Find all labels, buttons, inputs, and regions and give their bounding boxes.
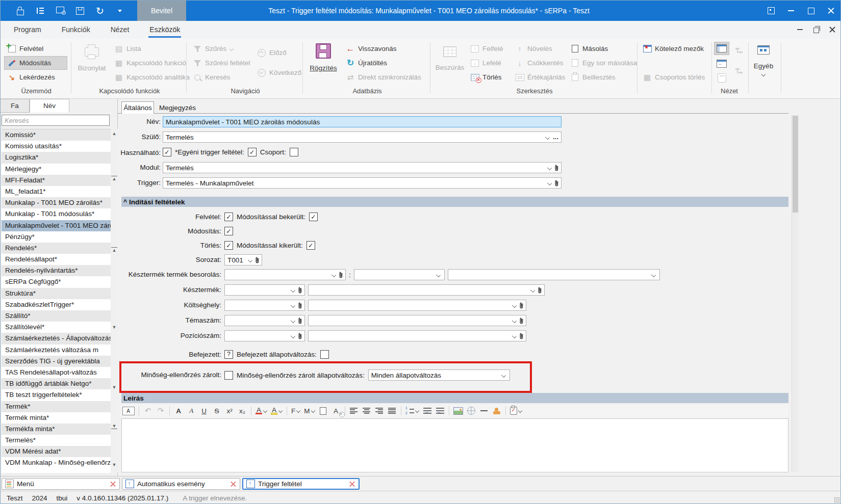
nev-input[interactable]: Munkalapművelet - T001 MEO zároilás módo… (163, 116, 562, 127)
mode-tab-bevitel[interactable]: Bevitel (137, 1, 186, 21)
close-tab-icon[interactable] (230, 481, 237, 487)
besorolas-dropdown-3[interactable] (448, 269, 660, 280)
chevron-down-icon[interactable] (547, 180, 552, 185)
list-item[interactable]: TAS Rendelésállapot-változás (2, 367, 111, 378)
sorozat-dropdown[interactable]: T001 (224, 254, 262, 266)
scroll-next-group-icon[interactable]: ▼ (111, 325, 117, 330)
font-size-button[interactable]: M (303, 405, 316, 416)
scrollbar-thumb[interactable] (793, 116, 798, 213)
chevron-down-icon[interactable] (512, 318, 517, 323)
list-item[interactable]: Rendelés* (2, 243, 111, 254)
list-item[interactable]: Termékfa minta* (2, 423, 111, 435)
paperclip-icon[interactable] (338, 271, 343, 279)
bizonylat-button[interactable]: Bizonylat (75, 42, 109, 88)
list-item[interactable]: Komissió utasítás* (2, 141, 111, 152)
indent-increase-button[interactable] (422, 405, 433, 416)
felvetel-button[interactable]: Felvétel (5, 42, 67, 55)
clipboard-check-button[interactable] (509, 405, 523, 416)
highlight-color-button[interactable]: A (270, 405, 284, 416)
stamp-button[interactable] (491, 405, 502, 416)
list-item[interactable]: TB időfüggő ártáblák Netgo* (2, 378, 111, 389)
indent-decrease-button[interactable] (435, 405, 446, 416)
paperclip-icon[interactable] (297, 317, 302, 325)
hasznalhato-checkbox[interactable]: ✓ (163, 148, 171, 156)
view-layout-button-1[interactable] (715, 42, 729, 55)
insert-link-button[interactable] (466, 405, 477, 416)
view-tree-up-button[interactable] (732, 44, 746, 57)
masolas-button[interactable]: Másolás (568, 42, 640, 55)
list-item[interactable]: Számlaérkeztetés változása m (2, 344, 111, 356)
ujratoltes-button[interactable]: ↻Újratöltés (343, 57, 424, 69)
list-item[interactable]: Szállító* (2, 310, 111, 322)
scroll-prev-page-icon[interactable]: ▲ (111, 247, 117, 253)
list-item[interactable]: Szállítólevél* (2, 322, 111, 333)
torles-checkbox[interactable]: ✓ (224, 241, 233, 250)
rogzites-button[interactable]: Rögzítés (307, 42, 340, 88)
horizontal-rule-button[interactable] (478, 405, 490, 416)
bold-button[interactable]: A (173, 405, 184, 416)
chevron-down-icon[interactable] (651, 272, 656, 277)
list-item[interactable]: Munkalap - T001 MEO zároilás* (2, 197, 111, 208)
search-input[interactable] (2, 115, 110, 126)
view-book-button[interactable] (715, 72, 729, 84)
noveles-button[interactable]: ↑Növelés (513, 42, 568, 55)
close-tab-icon[interactable] (110, 481, 116, 487)
lekerdezes-button[interactable]: ↘Lekérdezés (5, 71, 67, 84)
kapcsolodo-funkcio-button[interactable]: ▦Kapcsolódó funkció (112, 57, 192, 69)
koltseghely-dropdown-1[interactable] (224, 300, 305, 311)
copy-format-button[interactable] (318, 405, 329, 416)
scroll-last-icon[interactable]: ▼ (111, 423, 117, 429)
list-item[interactable]: SzabadkészletTrigger* (2, 299, 111, 310)
csoportos-torles-button[interactable]: ▦Csoportos törlés (640, 71, 707, 84)
chevron-down-icon[interactable] (530, 287, 535, 293)
chevron-down-icon[interactable] (512, 303, 517, 308)
kovetkezo-button[interactable]: Következő (254, 66, 304, 79)
qat-dropdown-button[interactable] (114, 5, 125, 17)
lock-button[interactable] (15, 5, 26, 17)
paperclip-icon[interactable] (519, 332, 524, 340)
scroll-next-group2-icon[interactable]: ▼ (111, 385, 117, 390)
scroll-up-icon[interactable]: ▲ (111, 131, 117, 136)
window-search-button[interactable] (55, 5, 66, 17)
besorolas-dropdown-1[interactable] (224, 269, 346, 280)
egy-sor-masolasa-button[interactable]: Egy sor másolása (568, 57, 640, 69)
undo-button[interactable]: ↶ (142, 405, 154, 416)
align-right-button[interactable] (374, 405, 385, 416)
list-item[interactable]: sERPa Cégfüggő* (2, 276, 111, 287)
paperclip-icon[interactable] (254, 256, 260, 264)
paperclip-icon[interactable] (537, 286, 542, 294)
resize-grip-icon[interactable] (834, 497, 840, 503)
csoport-checkbox[interactable] (290, 148, 298, 156)
list-item[interactable]: Munkalapművelet - T001 MEO zároilás (2, 220, 111, 231)
list-item[interactable]: Pénzügy* (2, 231, 111, 243)
list-item[interactable]: MFI-Feladat* (2, 175, 111, 186)
koltseghely-dropdown-2[interactable] (308, 300, 526, 311)
chevron-down-icon[interactable] (545, 135, 550, 140)
mdi-restore-button[interactable] (808, 23, 824, 36)
egyeni-trigger-checkbox[interactable]: ✓ (248, 148, 257, 156)
align-justify-button[interactable] (387, 405, 398, 416)
szulo-dropdown[interactable]: Termelés … (163, 131, 562, 143)
doc-tab-automatikus-esemeny[interactable]: Automatikus esemény (122, 478, 240, 490)
paperclip-icon[interactable] (554, 164, 559, 172)
hierarchy-button[interactable] (35, 5, 46, 17)
lista-button[interactable]: ▤Lista (112, 42, 192, 55)
clear-format-button[interactable]: A (330, 405, 342, 416)
section-inditasi-feltetelek[interactable]: ^ Indítási feltételek (121, 197, 788, 207)
kesztermek-dropdown-1[interactable] (224, 284, 305, 296)
chevron-down-icon[interactable] (501, 373, 506, 378)
chevron-down-icon[interactable] (436, 272, 441, 277)
list-item[interactable]: Számlaérkeztetés - Állapotváltozás (2, 333, 111, 344)
mod-bekerult-checkbox[interactable]: ✓ (309, 213, 318, 221)
insert-image-button[interactable] (452, 405, 464, 416)
ertekajanlas-button[interactable]: 23Értékajánlás (513, 71, 568, 84)
list-item[interactable]: TB teszt triggerfeltételek* (2, 389, 111, 401)
collapse-icon[interactable]: ^ (123, 198, 127, 205)
szures-button[interactable]: Szűrés (190, 42, 253, 55)
chevron-down-icon[interactable] (290, 318, 295, 323)
bef-allapot-checkbox[interactable] (320, 350, 329, 359)
doc-tab-menu[interactable]: Menü (2, 478, 120, 490)
mod-kikerult-checkbox[interactable]: ✓ (307, 241, 315, 250)
paperclip-icon[interactable] (554, 179, 559, 187)
chevron-down-icon[interactable] (512, 333, 517, 338)
